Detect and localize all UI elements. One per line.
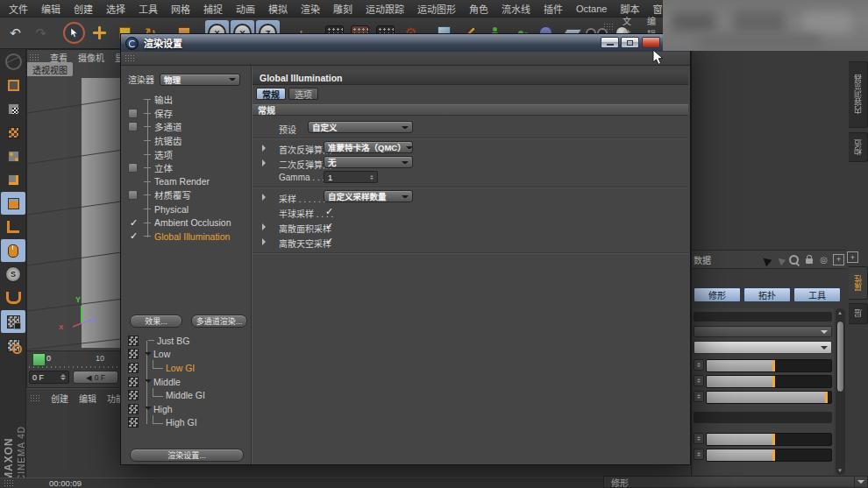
attribute-dropdown-1[interactable] [694,326,832,337]
nav-forward-icon[interactable] [773,254,785,265]
workplane-lock-icon[interactable] [1,310,25,333]
menu-tools[interactable]: 工具 [139,2,158,16]
slider-stepper[interactable] [694,449,704,460]
attribute-scrollbar[interactable]: ▲ ▼ [836,308,845,475]
tab-structure[interactable]: 构造 [849,132,868,162]
render-state-icon[interactable] [128,363,139,373]
expander-icon[interactable] [262,159,269,166]
goto-start-button[interactable]: ◀0 F [73,371,118,384]
menu-mograph[interactable]: 运动图形 [417,2,456,16]
take-middle-gi[interactable]: Middle GI [128,388,247,402]
effects-button[interactable]: 效果... [130,315,182,328]
samples-dropdown[interactable]: 自定义采样数量 [324,190,413,202]
minimize-button[interactable] [601,37,619,48]
slider-stepper[interactable] [694,359,704,371]
multipass-render-button[interactable]: 多通道渲染... [191,315,247,328]
menu-snap[interactable]: 捕捉 [203,2,223,16]
tab-attributes[interactable]: 属性 [849,266,868,300]
tree-item-team-render[interactable]: Team Render [128,175,247,189]
collapsed-row[interactable] [694,312,832,322]
make-editable-icon[interactable] [1,74,25,96]
slider-row[interactable] [694,375,832,387]
slider-stepper[interactable] [694,391,704,402]
discrete-sky-sampling-checkbox[interactable] [324,236,335,247]
take-low-gi[interactable]: Low GI [128,361,247,375]
maximize-button[interactable] [621,37,639,48]
slider-row[interactable] [694,449,832,461]
render-settings-button[interactable]: 渲染设置... [130,449,244,462]
menu-plugins[interactable]: 插件 [544,2,563,16]
checkbox-global-illumination[interactable] [128,230,139,242]
enable-axis-icon[interactable] [1,216,25,238]
tree-item-options[interactable]: 选项 [128,147,247,161]
render-state-icon[interactable] [128,377,139,387]
panel-grip[interactable] [29,53,39,62]
take-just-bg[interactable]: Just BG [128,334,247,348]
checkbox-multipass[interactable] [128,122,138,131]
target-icon[interactable]: ◎ [818,254,829,265]
live-selection-icon[interactable] [62,20,86,46]
checkbox-material-override[interactable] [128,190,138,200]
model-mode-icon[interactable] [1,97,25,120]
render-state-icon[interactable] [128,349,139,359]
tree-item-global-illumination[interactable]: Global Illumination [128,230,247,244]
close-button[interactable] [642,37,660,48]
slider-row[interactable] [694,359,832,371]
checkbox-save[interactable] [128,109,138,118]
frame-stepper[interactable] [60,371,66,383]
new-panel-icon[interactable]: + [833,254,844,265]
menu-select[interactable]: 选择 [106,2,125,16]
viewport-label[interactable]: 透视视图 [27,62,73,76]
take-high[interactable]: High [128,402,247,416]
tree-item-physical[interactable]: Physical [128,202,247,216]
slider-stepper[interactable] [694,433,704,444]
menu-edit[interactable]: 编辑 [41,2,60,16]
tree-item-output[interactable]: 输出 [128,93,247,107]
discrete-area-sampling-checkbox[interactable] [324,221,335,232]
edge-mode-icon[interactable] [1,168,25,191]
menu-character[interactable]: 角色 [469,2,488,16]
slider-row[interactable] [694,391,832,403]
tab-options[interactable]: 选项 [288,88,318,100]
attribute-footer-dropdown[interactable]: 修形 [603,476,868,488]
tree-item-ambient-occlusion[interactable]: Ambient Occlusion [128,216,247,230]
menu-sculpt[interactable]: 雕刻 [333,2,352,16]
redo-icon[interactable]: ↷ [29,20,53,46]
magnet-snap-icon[interactable] [1,286,25,309]
expander-icon[interactable] [262,194,269,201]
tree-item-multipass[interactable]: 多通道 [128,120,247,134]
tab-content-browser[interactable]: 内容浏览器 [849,61,868,128]
panel-grip[interactable] [603,23,614,32]
menu-simulate[interactable]: 模拟 [268,2,288,16]
menu-create[interactable]: 创建 [74,2,93,16]
secondary-algorithm-dropdown[interactable]: 无 [324,156,413,168]
tab-topology[interactable]: 拓扑 [743,287,791,302]
tab-general[interactable]: 常规 [256,88,286,100]
gamma-field[interactable]: 1 [324,171,378,183]
render-state-icon[interactable] [128,336,139,346]
tree-item-stereoscopic[interactable]: 立体 [128,161,247,175]
material-menu-edit[interactable]: 编辑 [79,392,96,405]
checkbox-stereoscopic[interactable] [128,163,138,173]
panel-grip[interactable] [125,54,135,63]
attribute-dropdown-2[interactable] [694,341,832,354]
panel-grip[interactable] [30,394,40,403]
undo-icon[interactable]: ↶ [4,20,27,46]
hemisphere-sampling-checkbox[interactable] [324,206,335,217]
slider-row[interactable] [694,433,832,445]
menu-motion-tracker[interactable]: 运动跟踪 [366,2,404,16]
menu-animate[interactable]: 动画 [236,2,255,16]
texture-mode-icon[interactable] [1,121,25,144]
add-tab-icon[interactable]: + [847,251,858,263]
viewport-menu-cameras[interactable]: 摄像机 [78,51,104,64]
slider-stepper[interactable] [694,375,704,386]
expand-arrow-icon[interactable] [145,379,152,386]
render-state-icon[interactable] [128,417,139,428]
gamma-stepper[interactable] [370,173,374,181]
point-mode-icon[interactable] [1,145,25,167]
scrollbar-thumb[interactable] [836,321,844,393]
menu-pipeline[interactable]: 流水线 [502,2,530,16]
panel-grip[interactable] [4,479,14,488]
tab-layers[interactable]: 层 [849,303,868,324]
material-menu-create[interactable]: 创建 [51,392,68,405]
